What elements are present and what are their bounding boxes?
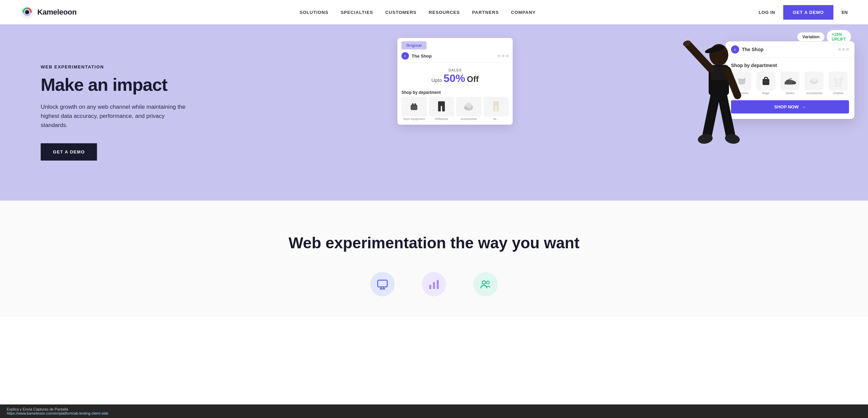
shop-by-label: Shop by department xyxy=(397,87,513,97)
original-card: Original ≡ The Shop SALES Upto 50% Off S… xyxy=(397,38,513,125)
hero-content: WEB EXPERIMENTATION Make an impact Unloc… xyxy=(41,64,186,161)
language-selector[interactable]: EN xyxy=(842,10,848,15)
svg-rect-5 xyxy=(414,103,416,106)
svg-point-10 xyxy=(466,103,472,108)
svg-rect-7 xyxy=(438,105,441,111)
svg-point-28 xyxy=(792,82,796,84)
product-label-1: Gym equipment xyxy=(401,117,427,121)
hero-title: Make an impact xyxy=(41,76,186,94)
svg-line-19 xyxy=(688,45,710,68)
nav-customers[interactable]: CUSTOMERS xyxy=(385,10,416,15)
svg-point-39 xyxy=(482,281,486,284)
logo-icon xyxy=(20,5,34,19)
original-badge: Original xyxy=(401,41,427,49)
variation-badge-row: Variation +15% UPLIFT xyxy=(797,30,851,44)
var-product-5: Clothes xyxy=(828,71,849,95)
svg-line-22 xyxy=(722,95,731,136)
var-dot2 xyxy=(842,48,845,51)
svg-rect-36 xyxy=(429,285,431,289)
nav-specialties[interactable]: SPECIALTIES xyxy=(341,10,373,15)
main-nav: SOLUTIONS SPECIALTIES CUSTOMERS RESOURCE… xyxy=(299,10,535,15)
hero-description: Unlock growth on any web channel while m… xyxy=(41,102,186,130)
hero-cta-button[interactable]: GET A DEMO xyxy=(41,143,97,161)
svg-rect-11 xyxy=(464,107,468,109)
chart-icon xyxy=(428,278,440,290)
users-icon xyxy=(479,278,492,290)
hero-section: WEB EXPERIMENTATION Make an impact Unloc… xyxy=(0,24,868,201)
var-dot3 xyxy=(846,48,849,51)
section2: Web experimentation the way you want xyxy=(0,201,868,317)
product-item-1: Gym equipment xyxy=(401,97,427,121)
icon-circle-2 xyxy=(422,272,446,296)
sales-text: Upto 50% Off xyxy=(401,72,509,85)
var-label-4: Accessories xyxy=(806,91,823,95)
product-label-2: Athleisure xyxy=(429,117,454,121)
leggings-icon xyxy=(437,101,446,112)
card-logo: ≡ xyxy=(401,52,409,60)
hero-label: WEB EXPERIMENTATION xyxy=(41,64,186,69)
brand-name: Kameleoon xyxy=(37,8,77,17)
var-dot1 xyxy=(838,48,841,51)
var-product-4: Accessories xyxy=(804,71,825,95)
pants-icon xyxy=(493,101,499,112)
athlete-figure xyxy=(671,24,766,201)
dot1 xyxy=(498,55,500,57)
nav-company[interactable]: COMPANY xyxy=(511,10,536,15)
svg-rect-38 xyxy=(437,280,439,289)
icon-item-1 xyxy=(370,272,395,296)
var-thumb-4 xyxy=(805,71,824,90)
icon-circle-3 xyxy=(473,272,498,296)
svg-line-21 xyxy=(707,95,715,136)
var-thumb-5 xyxy=(829,71,848,90)
var-product-3: Shoes xyxy=(779,71,801,95)
var-label-5: Clothes xyxy=(833,91,844,95)
svg-point-2 xyxy=(25,10,29,14)
product-grid-original: Gym equipment Athleisure xyxy=(397,97,513,125)
product-thumb-4 xyxy=(484,97,509,117)
card-header: ≡ The Shop xyxy=(397,49,513,63)
shop-now-label: SHOP NOW xyxy=(774,104,799,109)
icon-circle-1 xyxy=(370,272,395,296)
var-dots xyxy=(838,48,849,51)
product-label-4: W... xyxy=(484,117,509,121)
product-thumb-2 xyxy=(429,97,454,117)
hero-visual: Original ≡ The Shop SALES Upto 50% Off S… xyxy=(391,24,868,201)
svg-rect-13 xyxy=(493,105,495,111)
svg-rect-4 xyxy=(412,103,414,106)
product-item-3: Accessories xyxy=(456,97,481,121)
svg-rect-6 xyxy=(438,101,445,106)
dot2 xyxy=(502,55,505,57)
uplift-badge: +15% UPLIFT xyxy=(827,30,851,44)
arrow-icon: → xyxy=(802,104,806,109)
get-demo-button[interactable]: GET A DEMO xyxy=(783,5,833,20)
product-thumb-1 xyxy=(401,97,427,117)
sales-section: SALES Upto 50% Off xyxy=(397,63,513,87)
accessories-icon xyxy=(808,75,820,87)
athlete-svg xyxy=(675,38,763,201)
svg-rect-37 xyxy=(433,282,435,289)
nav-solutions[interactable]: SOLUTIONS xyxy=(299,10,328,15)
dot3 xyxy=(506,55,509,57)
svg-rect-31 xyxy=(810,81,813,82)
svg-rect-3 xyxy=(411,105,417,110)
gloves-icon xyxy=(409,101,419,112)
login-button[interactable]: LOG IN xyxy=(758,10,775,15)
icon-item-3 xyxy=(473,272,498,296)
nav-partners[interactable]: PARTNERS xyxy=(472,10,499,15)
svg-rect-32 xyxy=(378,280,387,287)
navbar-right: LOG IN GET A DEMO EN xyxy=(758,5,848,20)
variation-badge: Variation xyxy=(797,32,825,42)
card-dots xyxy=(498,55,509,57)
svg-point-40 xyxy=(487,281,489,284)
nav-resources[interactable]: RESOURCES xyxy=(429,10,460,15)
product-label-3: Accessories xyxy=(456,117,481,121)
svg-rect-14 xyxy=(497,105,499,111)
svg-rect-8 xyxy=(442,105,445,111)
logo-link[interactable]: Kameleoon xyxy=(20,5,77,19)
icon-item-2 xyxy=(422,272,446,296)
product-thumb-3 xyxy=(456,97,481,117)
section2-title: Web experimentation the way you want xyxy=(20,234,848,252)
clothes-icon xyxy=(833,75,844,87)
var-thumb-3 xyxy=(781,71,800,90)
svg-rect-12 xyxy=(493,101,499,106)
